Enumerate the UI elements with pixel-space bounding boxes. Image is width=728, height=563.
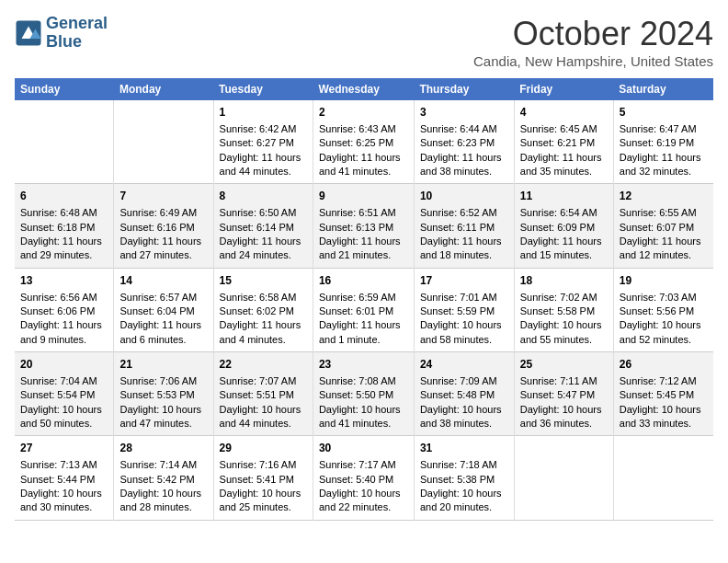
- cell-content: Sunset: 5:47 PM: [520, 388, 608, 402]
- calendar-cell: 17Sunrise: 7:01 AMSunset: 5:59 PMDayligh…: [414, 268, 514, 351]
- cell-content: Sunrise: 7:03 AM: [620, 291, 708, 304]
- cell-content: Daylight: 11 hours and 38 minutes.: [420, 151, 508, 179]
- cell-content: Sunset: 6:23 PM: [420, 136, 508, 150]
- cell-content: Sunrise: 7:09 AM: [420, 374, 508, 388]
- cell-content: Sunrise: 6:54 AM: [520, 206, 608, 220]
- cell-content: Sunrise: 6:49 AM: [119, 206, 207, 220]
- cell-content: Sunset: 5:48 PM: [420, 388, 508, 402]
- column-header-tuesday: Tuesday: [213, 78, 313, 100]
- calendar-cell: 14Sunrise: 6:57 AMSunset: 6:04 PMDayligh…: [114, 268, 213, 351]
- cell-content: Sunset: 6:19 PM: [620, 136, 708, 150]
- day-number: 11: [520, 189, 608, 204]
- calendar-cell: 12Sunrise: 6:55 AMSunset: 6:07 PMDayligh…: [613, 184, 713, 268]
- cell-content: Sunrise: 7:18 AM: [420, 458, 508, 472]
- cell-content: Sunset: 6:02 PM: [220, 304, 307, 318]
- calendar-cell: 10Sunrise: 6:52 AMSunset: 6:11 PMDayligh…: [414, 184, 514, 268]
- cell-content: Daylight: 11 hours and 12 minutes.: [620, 235, 708, 263]
- cell-content: Sunset: 6:13 PM: [319, 221, 408, 235]
- cell-content: Daylight: 11 hours and 27 minutes.: [119, 235, 207, 263]
- calendar-table: SundayMondayTuesdayWednesdayThursdayFrid…: [15, 78, 713, 521]
- cell-content: Sunset: 5:42 PM: [119, 473, 207, 487]
- calendar-cell: 27Sunrise: 7:13 AMSunset: 5:44 PMDayligh…: [15, 436, 114, 520]
- cell-content: Sunset: 5:44 PM: [20, 473, 108, 487]
- cell-content: Daylight: 11 hours and 24 minutes.: [220, 235, 307, 263]
- month-title: October 2024: [473, 15, 713, 53]
- day-number: 19: [620, 273, 708, 289]
- cell-content: Daylight: 11 hours and 35 minutes.: [520, 151, 608, 179]
- cell-content: Daylight: 11 hours and 4 minutes.: [220, 318, 307, 347]
- day-number: 4: [520, 105, 608, 121]
- calendar-week-row: 13Sunrise: 6:56 AMSunset: 6:06 PMDayligh…: [15, 268, 713, 351]
- day-number: 16: [319, 273, 408, 289]
- cell-content: Daylight: 10 hours and 55 minutes.: [520, 318, 608, 347]
- calendar-cell: 4Sunrise: 6:45 AMSunset: 6:21 PMDaylight…: [514, 100, 613, 184]
- cell-content: Sunset: 6:06 PM: [20, 304, 108, 318]
- calendar-cell: 23Sunrise: 7:08 AMSunset: 5:50 PMDayligh…: [313, 352, 414, 436]
- day-number: 24: [420, 357, 508, 373]
- calendar-cell: 6Sunrise: 6:48 AMSunset: 6:18 PMDaylight…: [15, 184, 114, 268]
- column-header-saturday: Saturday: [613, 78, 713, 100]
- logo-icon: [15, 19, 42, 47]
- day-number: 5: [620, 105, 708, 121]
- cell-content: Sunrise: 6:45 AM: [520, 122, 608, 136]
- column-header-wednesday: Wednesday: [313, 78, 414, 100]
- cell-content: Sunrise: 7:16 AM: [220, 458, 307, 472]
- day-number: 7: [119, 189, 207, 204]
- cell-content: Sunrise: 6:59 AM: [319, 291, 408, 304]
- column-header-sunday: Sunday: [15, 78, 114, 100]
- cell-content: Sunset: 5:59 PM: [420, 304, 508, 318]
- calendar-cell: [613, 436, 713, 520]
- cell-content: Sunrise: 7:14 AM: [119, 458, 207, 472]
- calendar-cell: 22Sunrise: 7:07 AMSunset: 5:51 PMDayligh…: [213, 352, 313, 436]
- cell-content: Sunset: 6:01 PM: [319, 304, 408, 318]
- calendar-cell: 26Sunrise: 7:12 AMSunset: 5:45 PMDayligh…: [613, 352, 713, 436]
- cell-content: Daylight: 11 hours and 6 minutes.: [119, 318, 207, 347]
- cell-content: Daylight: 11 hours and 1 minute.: [319, 318, 408, 347]
- cell-content: Daylight: 11 hours and 21 minutes.: [319, 235, 408, 263]
- cell-content: Sunrise: 6:58 AM: [220, 291, 307, 304]
- location-title: Candia, New Hampshire, United States: [473, 53, 713, 69]
- cell-content: Sunset: 5:53 PM: [119, 388, 207, 402]
- cell-content: Sunrise: 6:52 AM: [420, 206, 508, 220]
- calendar-week-row: 6Sunrise: 6:48 AMSunset: 6:18 PMDaylight…: [15, 184, 713, 268]
- calendar-cell: 21Sunrise: 7:06 AMSunset: 5:53 PMDayligh…: [114, 352, 213, 436]
- cell-content: Sunrise: 6:51 AM: [319, 206, 408, 220]
- calendar-week-row: 1Sunrise: 6:42 AMSunset: 6:27 PMDaylight…: [15, 100, 713, 184]
- day-number: 13: [20, 273, 108, 289]
- calendar-cell: 30Sunrise: 7:17 AMSunset: 5:40 PMDayligh…: [313, 436, 414, 520]
- calendar-cell: 1Sunrise: 6:42 AMSunset: 6:27 PMDaylight…: [213, 100, 313, 184]
- cell-content: Sunrise: 7:08 AM: [319, 374, 408, 388]
- day-number: 23: [319, 357, 408, 373]
- day-number: 18: [520, 273, 608, 289]
- day-number: 30: [319, 441, 408, 456]
- day-number: 28: [119, 441, 207, 456]
- cell-content: Sunset: 6:09 PM: [520, 221, 608, 235]
- cell-content: Daylight: 10 hours and 28 minutes.: [119, 487, 207, 515]
- cell-content: Sunrise: 7:06 AM: [119, 374, 207, 388]
- calendar-cell: 18Sunrise: 7:02 AMSunset: 5:58 PMDayligh…: [514, 268, 613, 351]
- cell-content: Sunrise: 7:04 AM: [20, 374, 108, 388]
- calendar-cell: 8Sunrise: 6:50 AMSunset: 6:14 PMDaylight…: [213, 184, 313, 268]
- cell-content: Daylight: 11 hours and 44 minutes.: [220, 151, 307, 179]
- cell-content: Daylight: 11 hours and 18 minutes.: [420, 235, 508, 263]
- cell-content: Sunset: 5:56 PM: [620, 304, 708, 318]
- cell-content: Sunrise: 7:02 AM: [520, 291, 608, 304]
- cell-content: Sunset: 6:16 PM: [119, 221, 207, 235]
- calendar-cell: 19Sunrise: 7:03 AMSunset: 5:56 PMDayligh…: [613, 268, 713, 351]
- cell-content: Sunrise: 7:12 AM: [620, 374, 708, 388]
- calendar-cell: 24Sunrise: 7:09 AMSunset: 5:48 PMDayligh…: [414, 352, 514, 436]
- cell-content: Sunset: 6:04 PM: [119, 304, 207, 318]
- calendar-cell: [15, 100, 114, 184]
- day-number: 6: [20, 189, 108, 204]
- calendar-cell: [514, 436, 613, 520]
- calendar-cell: 13Sunrise: 6:56 AMSunset: 6:06 PMDayligh…: [15, 268, 114, 351]
- cell-content: Sunset: 6:14 PM: [220, 221, 307, 235]
- day-number: 27: [20, 441, 108, 456]
- cell-content: Daylight: 10 hours and 44 minutes.: [220, 403, 307, 431]
- calendar-cell: 11Sunrise: 6:54 AMSunset: 6:09 PMDayligh…: [514, 184, 613, 268]
- cell-content: Daylight: 10 hours and 22 minutes.: [319, 487, 408, 515]
- calendar-cell: [114, 100, 213, 184]
- calendar-week-row: 20Sunrise: 7:04 AMSunset: 5:54 PMDayligh…: [15, 352, 713, 436]
- cell-content: Sunrise: 7:13 AM: [20, 458, 108, 472]
- column-header-thursday: Thursday: [414, 78, 514, 100]
